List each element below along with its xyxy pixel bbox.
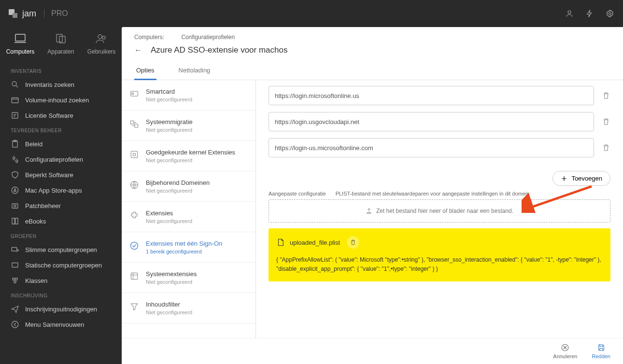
- tab-label: Opties: [136, 67, 155, 74]
- option-title: Goedgekeurde kernel Extensies: [146, 149, 235, 156]
- option-title: Systeemextensies: [146, 270, 197, 278]
- option-approved-kernel-ext[interactable]: Goedgekeurde kernel ExtensiesNiet geconf…: [122, 141, 255, 171]
- globe-icon: [129, 180, 139, 190]
- breadcrumb-part[interactable]: Computers:: [134, 34, 164, 41]
- gear-icon[interactable]: [606, 9, 614, 18]
- sidebar-item-volume-search[interactable]: Volume-inhoud zoeken: [0, 92, 122, 108]
- sidebar-item-restricted-software[interactable]: Beperkt Software: [0, 167, 122, 182]
- topnav-tab-users[interactable]: Gebruikers: [81, 30, 122, 58]
- svg-rect-8: [12, 98, 18, 103]
- kernel-icon: [129, 150, 139, 159]
- option-smartcard[interactable]: SmartcardNiet geconfigureerd: [122, 80, 255, 111]
- sidebar-item-label: eBooks: [25, 218, 46, 225]
- svg-point-28: [131, 242, 138, 250]
- trash-icon[interactable]: [602, 117, 610, 126]
- sidebar-item-policies[interactable]: Beleid: [0, 136, 122, 152]
- option-sub: Niet geconfigureerd: [146, 279, 197, 285]
- svg-point-14: [12, 187, 18, 194]
- sidebar-item-inventory-search[interactable]: Inventaris zoeken: [0, 77, 122, 92]
- sidebar-item-classes[interactable]: Klassen: [0, 273, 122, 288]
- cancel-button[interactable]: Annuleren: [553, 343, 577, 359]
- breadcrumb-part[interactable]: Configuratieprofielen: [181, 34, 235, 41]
- puzzle-icon: [129, 210, 139, 220]
- sidebar-item-static-groups[interactable]: Statische computergroepen: [0, 257, 122, 273]
- send-icon: [11, 305, 19, 313]
- url-input[interactable]: [269, 112, 594, 131]
- save-label: Redden: [592, 353, 610, 359]
- config-pane: Toevoegen Aangepaste configuratie PLIST-…: [256, 80, 623, 338]
- svg-rect-2: [15, 34, 25, 41]
- file-delete-button[interactable]: [347, 236, 359, 249]
- trash-icon: [350, 239, 356, 246]
- svg-rect-25: [135, 124, 138, 127]
- svg-point-6: [102, 36, 105, 39]
- svg-rect-23: [132, 93, 133, 94]
- license-icon: [11, 111, 19, 120]
- brand-name: jam: [22, 9, 36, 19]
- option-content-filter[interactable]: InhoudsfilterNiet geconfigureerd: [122, 293, 255, 323]
- option-system-migration[interactable]: SysteemmigratieNiet geconfigureerd: [122, 111, 255, 141]
- trash-icon[interactable]: [602, 91, 610, 100]
- option-sub: Niet geconfigureerd: [146, 218, 192, 224]
- gear-small-icon: [11, 155, 19, 164]
- options-list: SmartcardNiet geconfigureerd Systeemmigr…: [122, 80, 256, 338]
- sidebar-item-menu-collapse[interactable]: Menu Samenvouwen: [0, 317, 122, 332]
- uploaded-file-box: uploaded_file.plist { "AppPrefixAllowLis…: [269, 228, 610, 281]
- tab-payload[interactable]: Nettolading: [177, 62, 212, 80]
- file-icon: [276, 238, 285, 247]
- option-title: Bijbehorend Domeinen: [146, 179, 210, 186]
- brand-tier: PRO: [44, 9, 68, 18]
- sidebar-section-header: INVENTARIS: [0, 64, 122, 77]
- file-row: uploaded_file.plist: [276, 236, 603, 249]
- add-button[interactable]: Toevoegen: [552, 171, 610, 186]
- option-associated-domains[interactable]: Bijbehorend DomeinenNiet geconfigureerd: [122, 171, 255, 202]
- svg-point-7: [12, 82, 16, 86]
- option-system-extensions[interactable]: SysteemextensiesNiet geconfigureerd: [122, 263, 255, 293]
- option-title: Smartcard: [146, 88, 192, 95]
- sidebar-item-config-profiles[interactable]: Configuratieprofielen: [0, 152, 122, 167]
- tab-options[interactable]: Opties: [134, 62, 156, 80]
- sidebar-item-label: Patchbeheer: [25, 202, 61, 210]
- sidebar-item-label: Klassen: [25, 277, 47, 284]
- topnav-tab-devices[interactable]: Apparaten: [41, 30, 81, 58]
- sidebar-item-licensed-software[interactable]: Licentie Software: [0, 108, 122, 123]
- sidebar-item-label: Beperkt Software: [25, 171, 73, 179]
- trash-icon[interactable]: [602, 143, 610, 152]
- patch-icon: [11, 201, 19, 210]
- option-sub: Niet geconfigureerd: [146, 127, 193, 133]
- file-dropzone[interactable]: Zet het bestand hier neer of blader naar…: [269, 199, 610, 223]
- sidebar-item-enrollment-invitations[interactable]: Inschrijvingsuitnodigingen: [0, 301, 122, 317]
- sidebar-item-smart-groups[interactable]: Slimme computergroepen: [0, 242, 122, 257]
- option-title: Extensies met één Sign-On: [146, 240, 222, 247]
- sidebar-item-mac-app-store[interactable]: Mac App Store-apps: [0, 182, 122, 198]
- appstore-icon: [11, 186, 19, 195]
- topnav-tab-computers[interactable]: Computers: [0, 30, 41, 58]
- back-arrow-icon[interactable]: ←: [134, 46, 142, 55]
- user-icon[interactable]: [565, 9, 574, 18]
- smart-group-icon: [11, 245, 19, 254]
- tab-label: Nettolading: [179, 67, 211, 74]
- svg-rect-15: [12, 204, 18, 208]
- sidebar-item-ebooks[interactable]: eBooks: [0, 213, 122, 229]
- topnav-tab-label: Computers: [6, 48, 35, 55]
- svg-rect-17: [12, 263, 18, 267]
- main-panel: Computers: Configuratieprofielen ← Azure…: [122, 27, 623, 364]
- option-sso-extensions[interactable]: Extensies met één Sign-On1 bereik geconf…: [122, 232, 255, 263]
- static-group-icon: [11, 261, 19, 269]
- svg-rect-24: [131, 121, 134, 124]
- svg-point-21: [12, 321, 18, 328]
- brand: jam PRO: [9, 9, 68, 19]
- topnav-tabs: Computers Apparaten Gebruikers: [0, 27, 122, 64]
- url-input[interactable]: [269, 138, 594, 157]
- svg-rect-16: [12, 248, 17, 252]
- option-extensions[interactable]: ExtensiesNiet geconfigureerd: [122, 202, 255, 232]
- option-sub: 1 bereik geconfigureerd: [146, 249, 222, 254]
- label-a: Aangepaste configuratie: [269, 191, 326, 196]
- classes-icon: [11, 276, 19, 285]
- save-button[interactable]: Redden: [592, 343, 610, 359]
- sidebar-item-label: Volume-inhoud zoeken: [25, 97, 89, 104]
- sidebar-item-patch-management[interactable]: Patchbeheer: [0, 198, 122, 213]
- bolt-icon[interactable]: [585, 9, 594, 18]
- users-icon: [95, 33, 108, 44]
- url-input[interactable]: [269, 86, 594, 105]
